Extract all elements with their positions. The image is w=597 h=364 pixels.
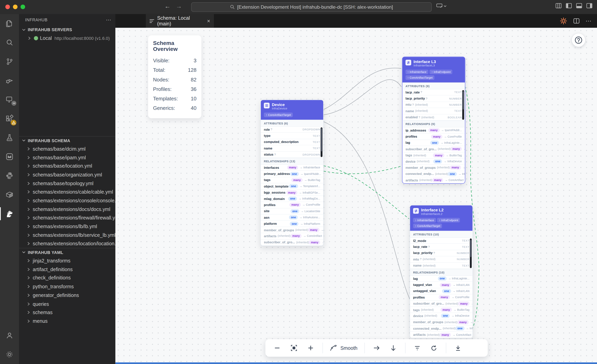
refresh-button[interactable] [429, 343, 439, 353]
relationship-row[interactable]: ip_addresses manyIpamIPAddr... [402, 127, 465, 134]
attribute-row[interactable]: name TEXT [261, 145, 323, 152]
close-window-button[interactable] [5, 5, 10, 9]
schema-file-item[interactable]: schemas/extensions/lb/service_lb.yml [19, 231, 115, 239]
help-button[interactable] [572, 34, 585, 47]
testing-icon[interactable] [0, 128, 19, 147]
relationship-row[interactable]: asn oneInfraAutono... [261, 214, 323, 221]
infrahub-starburst-icon[interactable] [560, 17, 567, 25]
attributes-scrollbar[interactable] [320, 127, 322, 157]
filter-button[interactable] [412, 343, 422, 353]
accounts-icon[interactable] [0, 326, 19, 345]
attribute-row[interactable]: computed_description TEXT [261, 139, 323, 145]
attribute-row[interactable]: type TEXT [261, 133, 323, 139]
yaml-item[interactable]: menus [19, 317, 115, 326]
close-tab-icon[interactable]: × [207, 18, 210, 24]
relationship-row[interactable]: member_of_groups(inherited) manyCoreGrou… [410, 319, 472, 326]
toggle-sidebar-left-icon[interactable] [566, 3, 572, 8]
attribute-row[interactable]: name(inherited) TEXT [410, 263, 472, 269]
relationship-row[interactable]: connected_endp...(inherited) oneInfraEnd… [410, 326, 472, 332]
relationship-row[interactable]: object_template oneTemplateInf... [261, 183, 323, 190]
zoom-in-button[interactable] [306, 343, 316, 353]
schema-file-item[interactable]: schemas/extensions/docs/docs.yml [19, 205, 115, 213]
nav-forward-icon[interactable]: → [176, 3, 182, 10]
relationship-row[interactable]: device(inherited) oneInfraDevice [410, 313, 472, 319]
attribute-row[interactable]: name(inherited) TEXT [402, 108, 465, 114]
relationship-row[interactable]: platform oneInfraPlatform [261, 221, 323, 227]
relationship-row[interactable]: bgp_sessions manyInfraBGPSe... [261, 190, 323, 196]
section-infrahub-yaml[interactable]: INFRAHUB YAML [19, 248, 115, 256]
node-card-interface-l2[interactable]: Interface L2 InfraInterfaceL2 ↑ InfraInt… [410, 205, 473, 338]
section-infrahub-servers[interactable]: INFRAHUB SERVERS [19, 25, 115, 34]
node-card-device[interactable]: Device InfraDevice ↑ CoreArtifactTarget … [260, 99, 323, 246]
schema-file-item[interactable]: schemas/extensions/lb/lb.yml [19, 222, 115, 231]
relationship-row[interactable]: untagged_vlan oneInfraVLAN [410, 288, 472, 294]
yaml-item[interactable]: check_definitions [19, 274, 115, 282]
yaml-item[interactable]: queries [19, 300, 115, 308]
relationship-row[interactable]: subscriber_of_gro...(inherited) manyCore… [402, 146, 465, 152]
smooth-edges-button[interactable]: Smooth [330, 344, 357, 351]
editor-more-actions-icon[interactable]: ⋯ [586, 18, 592, 24]
attribute-row[interactable]: mtu?(inherited) NUMBER [410, 256, 472, 263]
schema-file-item[interactable]: schemas/base/dcim.yml [19, 144, 115, 153]
relationship-row[interactable]: subscriber_of_gro...(inherited) manyCore… [261, 239, 323, 246]
download-button[interactable] [453, 343, 463, 353]
attribute-row[interactable]: lacp_priority? NUMBER [402, 96, 465, 102]
remote-explorer-icon[interactable]: >< [0, 90, 19, 109]
attribute-row[interactable]: lacp_rate? TEXT [402, 89, 465, 96]
relationship-row[interactable]: mlag_domain oneInfraMlagDo... [261, 196, 323, 202]
attribute-row[interactable]: mtu?(inherited) NUMBER [402, 102, 465, 108]
layout-vertical-button[interactable] [388, 343, 398, 353]
minimize-window-button[interactable] [13, 5, 18, 9]
toggle-panel-icon[interactable] [576, 3, 582, 8]
schema-file-item[interactable]: schemas/extensions/firewall/firewall.yml [19, 213, 115, 222]
schema-file-item[interactable]: schemas/base/location.yml [19, 162, 115, 170]
relationship-row[interactable]: artifacts(inherited) manyCoreArtifact [410, 332, 472, 338]
relationship-row[interactable]: artifacts(inherited) manyCoreArtifact [402, 177, 465, 184]
panel-more-actions-icon[interactable]: ⋯ [106, 17, 111, 23]
relationship-row[interactable]: tags(inherited) manyBuiltinTag [410, 307, 472, 313]
layout-horizontal-button[interactable] [371, 343, 381, 353]
attribute-row[interactable]: lacp_rate? TEXT [410, 244, 472, 250]
relationship-row[interactable]: site oneLocationSite [261, 208, 323, 214]
window-controls[interactable] [5, 5, 25, 9]
relationship-row[interactable]: member_of_groups(inherited) manyCoreGrou… [261, 227, 323, 233]
schema-file-item[interactable]: schemas/extensions/cable/cable.yml [19, 188, 115, 196]
command-center-search[interactable]: [Extension Development Host] infrahub-bu… [191, 2, 432, 12]
relationship-row[interactable]: interfaces manyInfraInterface [261, 165, 323, 171]
relationship-row[interactable]: lag oneInfraLagInte... [410, 276, 472, 282]
schema-file-item[interactable]: schemas/base/ipam.yml [19, 153, 115, 162]
relationship-row[interactable]: subscriber_of_gro...(inherited) manyCore… [410, 301, 472, 307]
fit-view-button[interactable] [289, 343, 299, 353]
schema-file-item[interactable]: schemas/base/topology.yml [19, 179, 115, 188]
server-item-local[interactable]: Local http://localhost:8000 (v1.6.0) [19, 34, 115, 43]
relationship-row[interactable]: profiles manyCoreProfile [410, 294, 472, 301]
relationship-row[interactable]: profiles manyCoreProfile [261, 202, 323, 208]
settings-gear-icon[interactable] [0, 345, 19, 364]
containers-icon[interactable] [0, 185, 19, 204]
relationship-row[interactable]: artifacts(inherited) manyCoreArtifact [261, 233, 323, 240]
explorer-icon[interactable] [0, 14, 19, 33]
attributes-scrollbar[interactable] [470, 238, 472, 268]
screencast-control[interactable] [436, 3, 447, 8]
run-debug-icon[interactable] [0, 71, 19, 90]
relationship-row[interactable]: profiles manyCoreProfile [402, 134, 465, 140]
relationship-row[interactable]: tags manyBuiltinTag [261, 177, 323, 183]
section-infrahub-schema[interactable]: INFRAHUB SCHEMA [19, 136, 115, 144]
zoom-window-button[interactable] [21, 5, 25, 9]
relationship-row[interactable]: device(inherited) oneInfraDevice [402, 159, 465, 165]
schema-file-item[interactable]: schemas/base/organization.yml [19, 170, 115, 179]
layout-columns-icon[interactable] [556, 3, 562, 8]
toggle-sidebar-right-icon[interactable] [586, 3, 592, 8]
m-extension-icon[interactable] [0, 147, 19, 166]
attribute-row[interactable]: enabled?(inherited) BOOLEAN [402, 114, 465, 121]
attributes-scrollbar[interactable] [462, 90, 464, 120]
relationship-row[interactable]: member_of_groups(inherited) manyCoreGrou… [402, 165, 465, 171]
schema-file-item[interactable]: schemas/extensions/console/console.yaml [19, 196, 115, 205]
zoom-out-button[interactable] [272, 343, 282, 353]
relationship-row[interactable]: tags(inherited) manyBuiltinTag [402, 152, 465, 159]
tab-schema-local[interactable]: Schema: Local (main) × [146, 14, 214, 28]
attribute-row[interactable]: lacp_priority? NUMBER [410, 250, 472, 257]
extensions-icon[interactable] [0, 109, 19, 128]
node-card-interface-l3[interactable]: Interface L3 InfraInterfaceL3 ↑ InfraInt… [402, 57, 465, 184]
source-control-icon[interactable] [0, 52, 19, 71]
